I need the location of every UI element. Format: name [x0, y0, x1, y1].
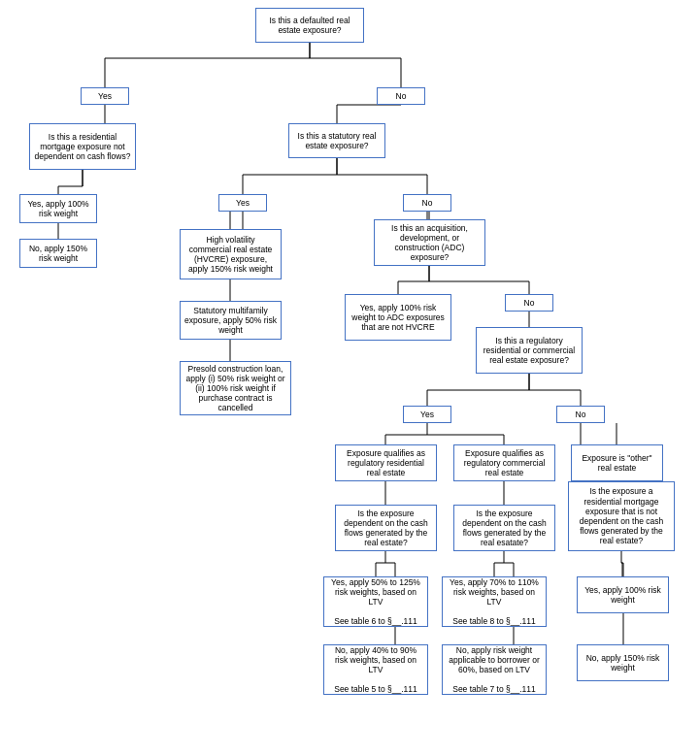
res-cash-q-node: Is the exposure dependent on the cash fl… [335, 505, 437, 551]
adc-q-node: Is this an acquisition, development, or … [374, 219, 485, 266]
com-no-ltv-node: No, apply risk weight applicable to borr… [442, 644, 547, 695]
res-no-ltv-node: No, apply 40% to 90% risk weights, based… [323, 644, 428, 695]
stat-multi-node: Statutory multifamily exposure, apply 50… [180, 301, 282, 340]
yes-100-node: Yes, apply 100% risk weight [19, 194, 97, 223]
no-150-node: No, apply 150% risk weight [19, 239, 97, 268]
other-no-150-node: No, apply 150% risk weight [577, 644, 669, 681]
qual-res-node: Exposure qualifies as regulatory residen… [335, 444, 437, 481]
reg-re-q-node: Is this a regulatory residential or comm… [476, 327, 583, 374]
yes-label: Yes [81, 87, 129, 105]
adc-no-node: No [505, 294, 553, 312]
other-re-node: Exposure is "other" real estate [571, 444, 663, 481]
other-yes-100-node: Yes, apply 100% risk weight [577, 576, 669, 613]
presold-node: Presold construction loan, apply (i) 50%… [180, 361, 291, 415]
statutory-q-node: Is this a statutory real estate exposure… [288, 123, 385, 158]
qual-com-node: Exposure qualifies as regulatory commerc… [453, 444, 555, 481]
root-node: Is this a defaulted real estate exposure… [255, 8, 364, 43]
stat-no-node: No [403, 194, 451, 212]
reg-no-node: No [556, 406, 605, 423]
com-yes-ltv-node: Yes, apply 70% to 110% risk weights, bas… [442, 576, 547, 627]
reg-yes-node: Yes [403, 406, 451, 423]
no-label: No [377, 87, 425, 105]
adc-yes-node: Yes, apply 100% risk weight to ADC expos… [345, 294, 451, 341]
res-yes-ltv-node: Yes, apply 50% to 125% risk weights, bas… [323, 576, 428, 627]
residential-q-node: Is this a residential mortgage exposure … [29, 123, 136, 170]
stat-yes-node: Yes [218, 194, 267, 212]
hvcre-node: High volatility commercial real estate (… [180, 229, 282, 279]
other-cash-q-node: Is the exposure a residential mortgage e… [568, 481, 675, 551]
com-cash-q-node: Is the exposure dependent on the cash fl… [453, 505, 555, 551]
